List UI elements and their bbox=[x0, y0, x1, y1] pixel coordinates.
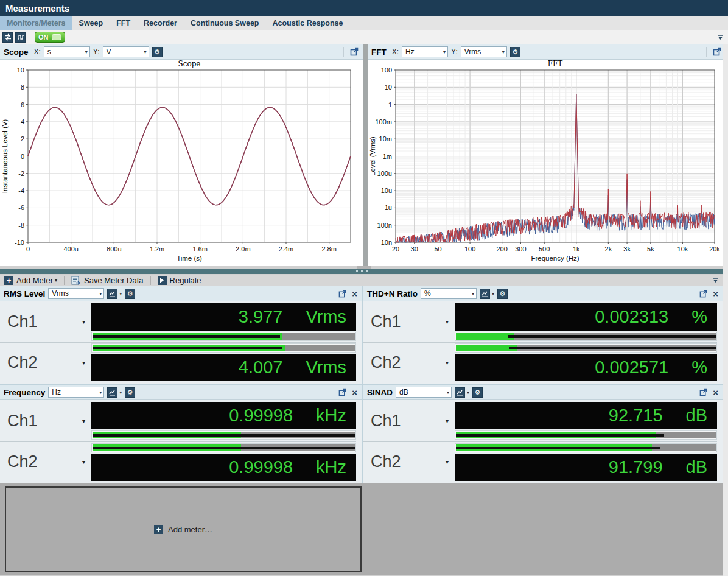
on-label: ON bbox=[38, 33, 49, 41]
fft-y-unit-select[interactable]: Vrms▾ bbox=[461, 46, 507, 57]
svg-text:400u: 400u bbox=[63, 245, 78, 253]
meter-close-icon[interactable]: × bbox=[712, 289, 719, 298]
channel-selector[interactable]: Ch1▾ bbox=[363, 303, 455, 342]
channel-selector[interactable]: Ch2▾ bbox=[363, 343, 455, 382]
chevron-down-icon: ▾ bbox=[472, 291, 474, 297]
meter-popout-icon[interactable] bbox=[698, 290, 709, 298]
window-titlebar: Measurements bbox=[0, 0, 728, 16]
svg-text:50: 50 bbox=[434, 245, 441, 253]
add-meter-placeholder[interactable]: + Add meter… bbox=[5, 486, 362, 572]
play-icon bbox=[158, 276, 167, 285]
channel-row: Ch2▾ 91.799dB bbox=[363, 443, 717, 482]
chevron-down-icon: ▾ bbox=[443, 49, 446, 55]
panel-divider[interactable] bbox=[363, 44, 368, 266]
svg-text:0: 0 bbox=[26, 245, 30, 253]
empty-meter-area: + Add meter… bbox=[0, 483, 728, 575]
square-wave-icon[interactable] bbox=[15, 32, 26, 43]
meter-graph-icon[interactable] bbox=[480, 289, 490, 299]
scope-y-unit-select[interactable]: V▾ bbox=[103, 46, 149, 57]
meter-display: 0.002571% bbox=[455, 354, 717, 381]
meters-grid: RMS Level Vrms▾ ▾ ⚙ × Ch1▾ 3.977Vrms bbox=[0, 286, 723, 483]
tab-recorder[interactable]: Recorder bbox=[137, 16, 184, 30]
meter-popout-icon[interactable] bbox=[337, 290, 348, 298]
horizontal-splitter[interactable] bbox=[0, 266, 728, 275]
svg-text:0: 0 bbox=[21, 153, 24, 160]
scope-x-unit-select[interactable]: s▾ bbox=[44, 46, 90, 57]
meter-popout-icon[interactable] bbox=[337, 388, 348, 396]
tab-continuous-sweep[interactable]: Continuous Sweep bbox=[184, 16, 266, 30]
toolbar-overflow-icon[interactable] bbox=[715, 33, 726, 42]
chevron-down-icon: ▾ bbox=[502, 49, 505, 55]
meter-graph-icon[interactable] bbox=[455, 387, 465, 398]
generator-on-toggle[interactable]: ON bbox=[35, 32, 65, 43]
scope-popout-icon[interactable] bbox=[349, 47, 360, 56]
meter-settings-gear-icon[interactable]: ⚙ bbox=[125, 387, 135, 398]
fft-popout-icon[interactable] bbox=[712, 47, 723, 56]
svg-text:1: 1 bbox=[388, 101, 392, 108]
channel-selector[interactable]: Ch2▾ bbox=[0, 443, 91, 482]
meter-unit-select[interactable]: %▾ bbox=[421, 288, 477, 299]
chevron-down-icon[interactable]: ▾ bbox=[467, 390, 469, 395]
chevron-down-icon: ▾ bbox=[82, 318, 85, 325]
svg-text:-6: -6 bbox=[18, 204, 24, 211]
meter-unit-select[interactable]: dB▾ bbox=[396, 387, 452, 398]
svg-text:3k: 3k bbox=[623, 245, 631, 253]
scope-settings-gear-icon[interactable]: ⚙ bbox=[152, 47, 163, 57]
meter-popout-icon[interactable] bbox=[698, 388, 709, 396]
svg-text:800u: 800u bbox=[107, 245, 121, 253]
meter-settings-gear-icon[interactable]: ⚙ bbox=[497, 289, 508, 299]
svg-text:Level (Vrms): Level (Vrms) bbox=[369, 136, 376, 176]
channel-row: Ch2▾ 0.99998kHz bbox=[0, 443, 356, 482]
meter-graph-icon[interactable] bbox=[107, 289, 117, 299]
monitors-area: Scope X: s▾ Y: V▾ ⚙ -10-8-6-4-2024681004… bbox=[0, 44, 728, 266]
svg-text:1m: 1m bbox=[383, 153, 392, 160]
meter-display: 0.99998kHz bbox=[91, 402, 356, 429]
meter-settings-gear-icon[interactable]: ⚙ bbox=[125, 289, 135, 299]
svg-text:1k: 1k bbox=[573, 245, 580, 253]
meter-graph-icon[interactable] bbox=[107, 387, 117, 398]
chevron-down-icon[interactable]: ▾ bbox=[119, 390, 122, 395]
channel-selector[interactable]: Ch1▾ bbox=[0, 303, 91, 342]
channel-selector[interactable]: Ch2▾ bbox=[0, 343, 91, 382]
chevron-down-icon[interactable]: ▾ bbox=[119, 291, 122, 297]
svg-text:500: 500 bbox=[539, 245, 550, 253]
meter-toolbar: + Add Meter ▾ Save Meter Data Regulate bbox=[0, 275, 723, 286]
svg-text:10m: 10m bbox=[379, 135, 392, 142]
svg-text:Instantaneous Level (V): Instantaneous Level (V) bbox=[1, 119, 9, 194]
meter-unit-select[interactable]: Vrms▾ bbox=[48, 288, 104, 299]
meter-close-icon[interactable]: × bbox=[351, 388, 359, 397]
meter-unit-select[interactable]: Hz▾ bbox=[48, 387, 104, 398]
scope-title: Scope bbox=[4, 47, 29, 57]
meter-settings-gear-icon[interactable]: ⚙ bbox=[472, 387, 483, 398]
tab-acoustic-response[interactable]: Acoustic Response bbox=[265, 16, 349, 30]
fft-settings-gear-icon[interactable]: ⚙ bbox=[510, 47, 520, 57]
chevron-down-icon: ▾ bbox=[447, 390, 449, 395]
chevron-down-icon[interactable]: ▾ bbox=[492, 291, 494, 297]
io-swap-icon[interactable] bbox=[2, 32, 13, 43]
meter-toolbar-overflow-icon[interactable] bbox=[710, 276, 721, 285]
tab-fft[interactable]: FFT bbox=[110, 16, 137, 30]
svg-text:100m: 100m bbox=[375, 118, 392, 125]
save-meter-data-button[interactable]: Save Meter Data bbox=[69, 276, 145, 285]
add-meter-button[interactable]: + Add Meter ▾ bbox=[2, 276, 59, 285]
tab-monitors-meters[interactable]: Monitors/Meters bbox=[0, 16, 72, 30]
scope-panel: Scope X: s▾ Y: V▾ ⚙ -10-8-6-4-2024681004… bbox=[0, 44, 363, 266]
meter-close-icon[interactable]: × bbox=[351, 289, 359, 298]
fft-x-unit-select[interactable]: Hz▾ bbox=[402, 46, 448, 57]
svg-text:30: 30 bbox=[411, 245, 418, 253]
regulate-button[interactable]: Regulate bbox=[156, 276, 203, 285]
tab-sweep[interactable]: Sweep bbox=[72, 16, 110, 30]
right-scroll-strip[interactable] bbox=[723, 44, 728, 576]
channel-selector[interactable]: Ch1▾ bbox=[363, 401, 455, 441]
channel-selector[interactable]: Ch1▾ bbox=[0, 401, 91, 441]
meter-header: Frequency Hz▾ ▾ ⚙ × bbox=[0, 385, 362, 400]
level-bar bbox=[91, 430, 356, 440]
channel-selector[interactable]: Ch2▾ bbox=[363, 443, 455, 482]
chevron-down-icon: ▾ bbox=[144, 49, 147, 55]
svg-text:20: 20 bbox=[392, 245, 399, 253]
meter-close-icon[interactable]: × bbox=[712, 388, 719, 397]
level-bar bbox=[455, 443, 717, 452]
meter-header: SINAD dB▾ ▾ ⚙ × bbox=[363, 385, 723, 400]
svg-text:100: 100 bbox=[464, 245, 475, 253]
meter-panel-rms-level: RMS Level Vrms▾ ▾ ⚙ × Ch1▾ 3.977Vrms bbox=[0, 286, 362, 384]
